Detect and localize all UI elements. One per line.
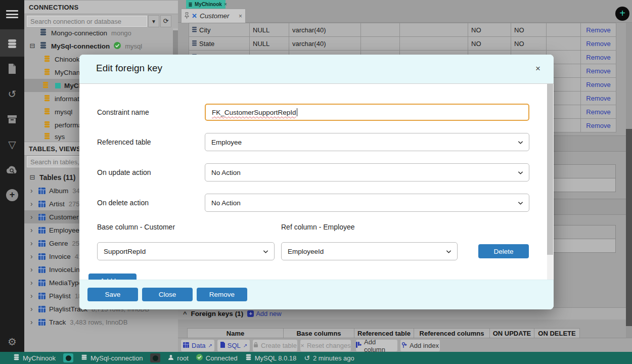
ref-column-value: EmployeeId	[288, 248, 324, 255]
on-delete-value: No Action	[211, 199, 241, 207]
constraint-name-input[interactable]: FK_CustomerSupportRepId	[205, 104, 529, 121]
on-update-label: On update action	[97, 168, 151, 176]
close-icon[interactable]: ×	[535, 64, 540, 73]
modal-title: Edit foreign key	[96, 63, 162, 74]
on-delete-select[interactable]: No Action	[205, 194, 529, 212]
referenced-table-value: Employee	[211, 139, 242, 146]
constraint-name-label: Constraint name	[97, 108, 149, 116]
on-update-select[interactable]: No Action	[205, 163, 529, 181]
close-button[interactable]: Close	[142, 288, 193, 301]
base-column-label: Base column - Customer	[97, 223, 175, 231]
modal-header: Edit foreign key ×	[79, 55, 554, 84]
chevron-down-icon	[518, 201, 523, 205]
ref-column-label: Ref column - Employee	[281, 223, 355, 231]
on-update-value: No Action	[211, 169, 241, 176]
delete-button[interactable]: Delete	[478, 244, 529, 258]
base-column-select[interactable]: SupportRepId	[97, 242, 275, 260]
referenced-table-select[interactable]: Employee	[205, 133, 529, 151]
chevron-down-icon	[518, 141, 523, 145]
on-delete-label: On delete action	[97, 199, 149, 207]
modal-footer: Save Close Remove	[79, 280, 554, 309]
save-button[interactable]: Save	[87, 288, 138, 301]
ref-column-select[interactable]: EmployeeId	[281, 242, 458, 260]
remove-button[interactable]: Remove	[197, 288, 247, 301]
chevron-down-icon	[518, 171, 523, 175]
chevron-down-icon	[446, 250, 452, 254]
modal-scrollbar[interactable]	[547, 84, 553, 280]
base-column-value: SupportRepId	[104, 248, 146, 255]
referenced-table-label: Referenced table	[97, 138, 151, 146]
text-caret	[297, 108, 297, 116]
constraint-name-value: FK_CustomerSupportRepId	[212, 109, 296, 116]
chevron-down-icon	[263, 250, 268, 254]
edit-foreign-key-modal: Edit foreign key × Constraint name FK_Cu…	[79, 55, 554, 309]
